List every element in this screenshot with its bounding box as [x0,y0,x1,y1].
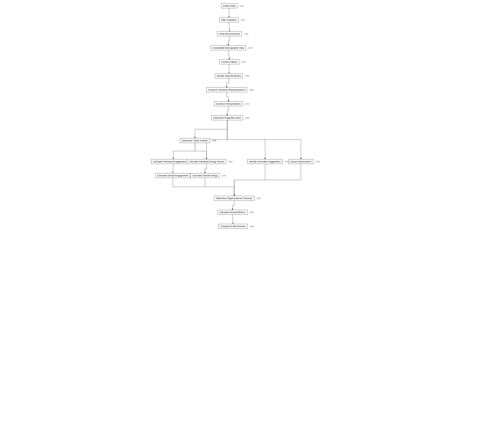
svg-marker-20 [204,172,206,173]
node-code-n1480: 1480 [245,117,249,119]
svg-marker-23 [233,195,235,196]
svg-marker-16 [206,158,207,159]
svg-marker-3 [229,30,230,32]
node-label-n1420: Verify Record/Author [219,32,240,35]
svg-marker-13 [264,158,266,159]
node-n1580: Compare to Benchmarks1580 [218,224,247,229]
node-code-n1560: 1560 [256,197,261,200]
node-code-n1570: 1570 [249,211,254,213]
svg-line-6 [229,64,229,72]
svg-marker-12 [206,158,207,159]
svg-marker-1 [229,16,230,17]
node-label-n1540: Identify Actionable Suggestions [249,160,281,163]
node-code-n1400: 1400 [239,5,244,7]
node-label-n1560: Determine Organizational Character [216,197,252,200]
node-code-n1520: 1520 [228,160,232,163]
node-label-n1480: Determine Pragmatic Intent [213,117,241,119]
flowchart-diagram: Collect Data1400Filter Outsiders1410Veri… [146,0,338,239]
node-label-n1410: Filter Outsiders [221,18,237,21]
node-code-n1440: 1440 [241,61,246,63]
node-n1460: Construct Semantic Representations1460 [206,88,247,92]
node-n1400: Collect Data1400 [221,3,237,8]
node-n1480: Determine Pragmatic Intent1480 [212,115,243,120]
svg-marker-19 [233,195,235,196]
node-n1420: Verify Record/Author1420 [217,32,242,36]
node-n1430: Consolidate Demographic Data1430 [211,46,246,50]
svg-marker-8 [226,86,227,88]
node-code-n1460: 1460 [249,89,254,91]
node-n1450: Identify Topic/Sentiment1450 [215,73,243,78]
node-label-n1400: Collect Data [223,5,235,7]
node-label-n1550: Extract Observations [290,160,311,163]
node-label-n1460: Construct Semantic Representations [208,88,245,91]
node-code-n1550: 1550 [316,160,320,163]
svg-marker-21 [233,195,235,196]
node-code-n1410: 1410 [241,19,245,21]
node-n1530: Calculate Overall Energy1530 [190,173,220,178]
svg-marker-14 [300,158,302,159]
svg-marker-9 [228,100,229,102]
svg-line-25 [232,215,233,223]
svg-line-17 [173,164,173,172]
node-n1490: Determine "State of Mind"1490 [180,138,210,143]
svg-marker-15 [173,158,174,159]
node-n1540: Identify Actionable Suggestions1540 [247,159,283,164]
svg-marker-11 [194,137,196,138]
node-label-n1440: Construct Basis [221,61,237,63]
svg-marker-4 [228,44,229,46]
node-n1440: Construct Basis1440 [219,59,239,64]
node-n1410: Filter Outsiders1410 [219,17,238,22]
node-code-n1580: 1580 [250,225,254,227]
svg-marker-10 [227,114,228,115]
svg-marker-26 [232,223,233,224]
node-code-n1430: 1430 [248,47,252,49]
node-code-n1420: 1420 [244,33,248,35]
node-n1550: Extract Observations1550 [288,159,313,164]
node-n1470: Construct Interpretations1470 [214,102,243,106]
node-code-n1470: 1470 [245,103,249,105]
node-label-n1490: Determine "State of Mind" [182,139,208,142]
svg-line-2 [229,22,230,30]
node-label-n1450: Identify Topic/Sentiment [217,74,241,77]
svg-marker-5 [229,58,230,59]
node-code-n1490: 1490 [212,140,216,142]
node-code-n1450: 1450 [245,75,249,77]
node-code-n1530: 1530 [222,175,226,177]
node-label-n1510: Calculate Overall Engagement [158,174,188,177]
node-label-n1470: Construct Interpretations [216,103,241,105]
node-n1520: Calculate Individual Energy Scores1520 [187,159,226,164]
node-n1560: Determine Organizational Character1560 [214,196,254,201]
node-label-n1530: Calculate Overall Energy [192,174,218,177]
svg-marker-18 [172,172,173,173]
svg-marker-24 [232,209,233,210]
node-n1510: Calculate Overall Engagement1510 [156,173,190,178]
svg-marker-7 [229,72,230,73]
node-label-n1580: Compare to Benchmarks [220,225,246,228]
node-label-n1430: Consolidate Demographic Data [213,47,244,49]
node-n1570: Calculate Derived Metrics1570 [218,210,247,215]
svg-marker-22 [233,195,235,196]
node-label-n1570: Calculate Derived Metrics [220,211,246,214]
node-label-n1520: Calculate Individual Energy Scores [189,160,224,163]
